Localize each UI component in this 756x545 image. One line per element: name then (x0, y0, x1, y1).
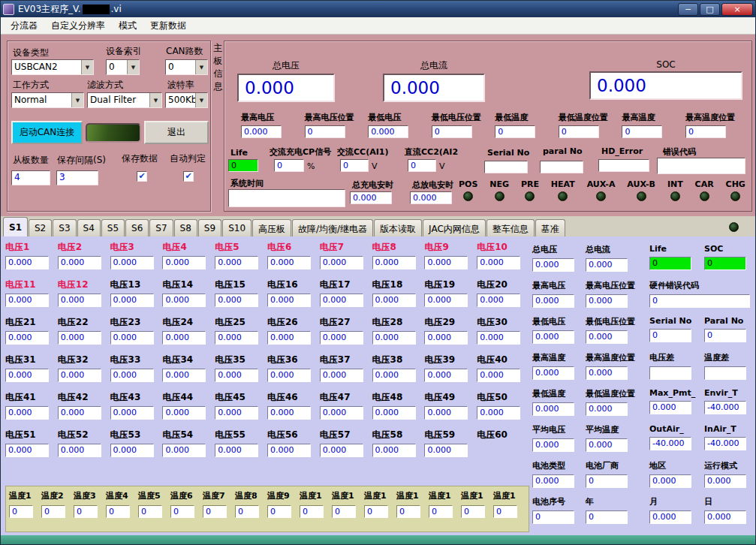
auto-judge-checkbox[interactable]: ✔ (183, 171, 194, 182)
voltage-label: 电压28 (372, 316, 425, 329)
tab-item[interactable]: 基准 (535, 219, 565, 236)
save-interval-input[interactable]: 3 (56, 170, 98, 185)
voltage-value: 0.000 (162, 331, 206, 345)
tab-bar: S1S2S3S4S5S6S7S8S9S10高压板故障/均衡/继电器版本读取JAC… (1, 216, 756, 236)
work-mode-label: 工作方式 (13, 79, 49, 92)
voltage-cell: 电压80.000 (372, 241, 425, 275)
system-time-label: 系统时间 (230, 178, 264, 189)
tab-item[interactable]: S3 (53, 219, 76, 236)
temperature-value: 0 (235, 505, 259, 518)
tab-item[interactable]: S10 (222, 219, 251, 236)
voltage-cell: 电压490.000 (424, 391, 477, 425)
voltage-cell: 电压500.000 (477, 391, 529, 425)
voltage-value: 0.000 (110, 444, 154, 457)
tab-item[interactable]: S9 (198, 219, 221, 236)
tab-item[interactable]: S7 (149, 219, 173, 236)
tab-item[interactable]: 版本读取 (374, 219, 422, 236)
maximize-button[interactable]: □ (700, 3, 720, 16)
temperature-label: 温度8 (235, 490, 267, 501)
menu-item[interactable]: 模式 (112, 17, 143, 35)
menu-item[interactable]: 分流器 (4, 17, 44, 35)
summary-cell: 最高电压位置0.000 (586, 280, 647, 313)
main-area: 电压10.000电压20.000电压30.000电压40.000电压50.000… (1, 236, 756, 535)
summary-value: 0 (649, 329, 691, 342)
summary-label: Paral No (704, 316, 752, 326)
board-info-tab[interactable]: 主板信息 (213, 42, 223, 93)
summary-cell: 平均温度0.000 (586, 424, 647, 457)
tab-item[interactable]: S2 (29, 219, 52, 236)
baud-rate-select[interactable]: 500Kbp ▼ (165, 92, 208, 108)
voltage-label: 电压30 (477, 316, 529, 329)
summary-cell: SOC0 (704, 244, 752, 277)
summary-label: 地区 (649, 460, 702, 471)
tab-item[interactable]: S5 (101, 219, 125, 236)
start-can-button[interactable]: 启动CAN连接 (11, 121, 83, 144)
voltage-label: 电压2 (58, 241, 110, 254)
tab-item[interactable]: S4 (77, 219, 101, 236)
stat-value: 0 (495, 125, 535, 138)
summary-value: 0 (532, 510, 574, 524)
app-window: EV03主程序_V. .vi ─ □ × 分流器自定义分辨率模式更新数据 设备类… (0, 0, 756, 545)
voltage-cell: 电压200.000 (477, 279, 529, 312)
temperature-value: 0 (267, 505, 291, 518)
minimize-button[interactable]: ─ (678, 3, 698, 16)
temperature-value: 0 (41, 505, 65, 518)
stat-group: 最低温度0 (495, 112, 556, 138)
voltage-cell: 电压220.000 (58, 316, 110, 350)
voltage-value: 0.000 (58, 406, 101, 420)
voltage-label: 电压29 (424, 316, 477, 329)
voltage-cell: 电压340.000 (162, 354, 215, 387)
summary-cell: 电池类型0.000 (532, 460, 583, 493)
chevron-down-icon[interactable]: ▼ (127, 60, 139, 74)
summary-label: Envir_T (704, 388, 752, 398)
temperature-cell: 温度10 (364, 490, 396, 531)
chevron-down-icon[interactable]: ▼ (195, 93, 207, 107)
summary-cell: 硬件错误代码0 (649, 280, 752, 313)
voltage-label: 电压31 (5, 354, 58, 366)
hd-error-value (598, 159, 649, 172)
summary-value: 0.000 (649, 474, 691, 488)
voltage-value: 0.000 (58, 331, 101, 345)
tab-item[interactable]: 故障/均衡/继电器 (292, 219, 373, 236)
voltage-value: 0.000 (162, 444, 206, 457)
can-count-select[interactable]: 0 ▼ (165, 59, 208, 75)
device-type-select[interactable]: USBCAN2 ▼ (11, 59, 94, 75)
chevron-down-icon[interactable]: ▼ (71, 93, 83, 107)
voltage-cell: 电压570.000 (320, 429, 372, 462)
save-data-checkbox[interactable]: ✔ (137, 171, 147, 182)
tab-item[interactable]: S1 (3, 217, 28, 236)
exit-button[interactable]: 退出 (144, 121, 209, 144)
chevron-down-icon[interactable]: ▼ (81, 60, 93, 74)
tab-item[interactable]: JAC内网信息 (423, 219, 486, 236)
discharge-ah-label: 总放电安时 (412, 179, 453, 191)
work-mode-select[interactable]: Normal ▼ (11, 92, 84, 108)
voltage-cell: 电压60.000 (267, 241, 320, 275)
summary-cell: 最高电压0.000 (532, 280, 583, 313)
close-button[interactable]: × (721, 3, 753, 16)
tab-item[interactable]: 整车信息 (486, 219, 535, 236)
device-index-select[interactable]: 0 ▼ (106, 59, 140, 75)
temperature-cell: 温度20 (41, 490, 74, 531)
voltage-value: 0.000 (424, 369, 468, 382)
voltage-cell: 电压310.000 (5, 354, 58, 387)
chevron-down-icon[interactable]: ▼ (149, 93, 161, 107)
menu-item[interactable]: 自定义分辨率 (44, 17, 112, 35)
voltage-value: 0.000 (5, 256, 49, 269)
temperature-label: 温度7 (203, 490, 235, 501)
voltage-value: 0.000 (215, 369, 258, 382)
menu-item[interactable]: 更新数据 (143, 17, 193, 35)
summary-cell: 地区0.000 (649, 460, 702, 493)
tab-strip: S1S2S3S4S5S6S7S8S9S10高压板故障/均衡/继电器版本读取JAC… (3, 216, 566, 236)
voltage-value: 0.000 (424, 331, 468, 345)
temperature-cell: 温度70 (203, 490, 235, 531)
tab-item[interactable]: S8 (174, 219, 197, 236)
tab-item[interactable]: 高压板 (252, 219, 291, 236)
filter-mode-select[interactable]: Dual Filter ▼ (87, 92, 162, 108)
summary-value: 0.000 (586, 402, 628, 416)
chevron-down-icon[interactable]: ▼ (195, 60, 207, 74)
tab-item[interactable]: S6 (125, 219, 149, 236)
voltage-label: 电压58 (372, 429, 425, 441)
voltage-cell: 电压190.000 (424, 279, 477, 312)
summary-cell: 总电压0.000 (532, 244, 583, 277)
slave-count-input[interactable]: 4 (11, 170, 50, 185)
